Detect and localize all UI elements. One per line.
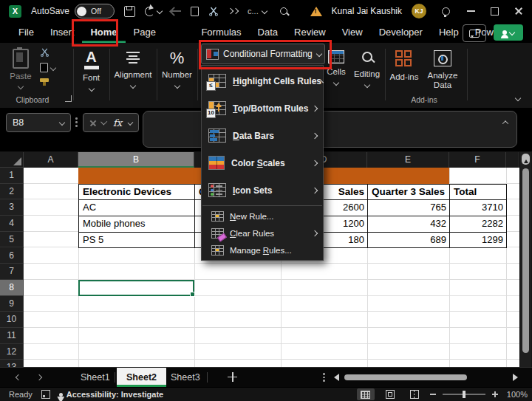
zoom-slider-thumb[interactable]: [463, 391, 466, 398]
cell-f3[interactable]: 3710: [450, 200, 507, 216]
tab-help[interactable]: Help: [431, 22, 467, 43]
accessibility-status[interactable]: Accessibility: Investigate: [59, 390, 163, 399]
row-header-12[interactable]: 12: [0, 344, 24, 360]
add-sheet-button[interactable]: [228, 372, 237, 382]
column-header-b[interactable]: B: [78, 152, 194, 168]
share-button[interactable]: [494, 24, 523, 41]
menu-item-data-bars[interactable]: Data Bars: [202, 122, 323, 149]
zoom-level[interactable]: 100%: [507, 390, 528, 399]
page-layout-view-button[interactable]: [381, 388, 399, 400]
column-header-f[interactable]: F: [449, 152, 506, 168]
cancel-icon[interactable]: [89, 120, 95, 126]
row-header-6[interactable]: 6: [0, 248, 24, 264]
copy-button[interactable]: [40, 63, 55, 72]
cell-f2[interactable]: Total: [450, 185, 507, 201]
menu-item-icon-sets[interactable]: Icon Sets: [202, 176, 323, 204]
zoom-slider[interactable]: [443, 394, 485, 395]
row-header-7[interactable]: 7: [0, 264, 24, 280]
formula-input[interactable]: [143, 111, 517, 148]
row-header-4[interactable]: 4: [0, 216, 24, 232]
sheet-nav-left-icon[interactable]: [16, 374, 21, 380]
minimize-button[interactable]: [467, 10, 475, 12]
vertical-scrollbar[interactable]: [519, 152, 531, 367]
font-group-button[interactable]: A Font: [73, 43, 109, 109]
cell-f5[interactable]: 1299: [450, 233, 507, 249]
cell-e2[interactable]: Quarter 3 Sales: [368, 185, 450, 201]
row-header-2[interactable]: 2: [0, 184, 24, 200]
formula-bar-splitter[interactable]: [75, 117, 78, 127]
column-header-a[interactable]: A: [24, 152, 78, 168]
scroll-right-button[interactable]: [513, 374, 518, 381]
menu-item-clear-rules[interactable]: Clear Rules: [202, 225, 323, 241]
qat-overflow-button[interactable]: [228, 9, 238, 13]
row-header-11[interactable]: 11: [0, 328, 24, 344]
scroll-up-button[interactable]: [522, 154, 530, 165]
cell-b3[interactable]: AC: [79, 200, 195, 216]
enter-check-icon[interactable]: [100, 118, 107, 125]
zoom-out-button[interactable]: [430, 394, 436, 395]
page-break-view-button[interactable]: [406, 388, 423, 400]
undo-button[interactable]: [145, 7, 162, 16]
search-button[interactable]: [280, 7, 287, 15]
row-header-9[interactable]: 9: [0, 296, 24, 312]
menu-item-new-rule[interactable]: New Rule...: [202, 208, 323, 225]
row-header-8[interactable]: 8: [0, 280, 24, 296]
row-header-1[interactable]: 1: [0, 168, 24, 184]
column-header-e[interactable]: E: [367, 152, 449, 168]
vertical-scroll-thumb[interactable]: [522, 168, 529, 353]
cut-button[interactable]: [208, 6, 219, 16]
cell-e5[interactable]: 689: [368, 233, 450, 249]
paste-button[interactable]: Paste: [6, 46, 35, 100]
menu-item-top-bottom-rules[interactable]: 10 Top/Bottom Rules: [202, 95, 323, 122]
menu-item-highlight-cells-rules[interactable]: ≤ Highlight Cells Rules: [202, 67, 323, 95]
cell-b4[interactable]: Mobile phones: [79, 216, 195, 233]
horizontal-scroll-thumb[interactable]: [344, 374, 467, 380]
row-header-5[interactable]: 5: [0, 232, 24, 248]
qat-custom-item[interactable]: c...: [248, 7, 267, 16]
close-button[interactable]: [514, 7, 523, 16]
number-group-button[interactable]: % Number: [157, 43, 197, 109]
cell-e3[interactable]: 765: [368, 200, 450, 216]
more-options-icon[interactable]: [323, 373, 325, 382]
sheet-tab-sheet3[interactable]: Sheet3: [161, 368, 210, 387]
row-header-13[interactable]: 13: [0, 360, 24, 367]
tab-page-layout[interactable]: Page Layout: [126, 22, 194, 43]
cell-f4[interactable]: 2282: [450, 216, 507, 233]
sheet-nav-right-icon[interactable]: [36, 374, 42, 380]
format-painter-button[interactable]: [40, 78, 49, 82]
insert-function-button[interactable]: fx: [113, 117, 122, 128]
cell-e4[interactable]: 432: [368, 216, 450, 233]
ribbon-collapse-button[interactable]: [515, 95, 521, 101]
scroll-left-button[interactable]: [334, 374, 339, 381]
avatar[interactable]: KJ: [412, 4, 426, 18]
selected-cell-b8[interactable]: [78, 280, 194, 296]
cut-button[interactable]: [40, 47, 50, 57]
normal-view-button[interactable]: [357, 388, 375, 400]
tab-developer[interactable]: Developer: [371, 22, 431, 43]
clipboard-dialog-launcher[interactable]: [65, 95, 72, 102]
cell-b5[interactable]: PS 5: [79, 233, 195, 249]
zoom-in-button[interactable]: [492, 391, 498, 397]
tab-view[interactable]: View: [334, 22, 371, 43]
menu-item-color-scales[interactable]: Color Scales: [202, 149, 323, 176]
redo-button[interactable]: [171, 10, 181, 12]
maximize-button[interactable]: [491, 7, 499, 16]
select-all-button[interactable]: [0, 152, 24, 168]
sheet-tab-sheet1[interactable]: Sheet1: [71, 368, 120, 387]
save-button[interactable]: [124, 6, 135, 17]
menu-item-manage-rules[interactable]: Manage Rules...: [202, 241, 323, 258]
autosave-toggle[interactable]: Off: [75, 4, 115, 18]
fill-handle[interactable]: [190, 292, 195, 297]
macro-record-icon[interactable]: [41, 390, 50, 399]
cell-b2[interactable]: Electronic Devices: [79, 185, 195, 201]
tab-file[interactable]: File: [10, 22, 42, 43]
row-header-10[interactable]: 10: [0, 312, 24, 328]
chevron-up-icon[interactable]: [502, 120, 508, 126]
editing-group-button[interactable]: Editing: [349, 43, 384, 109]
comments-button[interactable]: [463, 24, 486, 42]
sheet-tab-sheet2[interactable]: Sheet2: [117, 368, 166, 387]
row-header-3[interactable]: 3: [0, 199, 24, 216]
ideas-button[interactable]: [442, 7, 450, 16]
name-box[interactable]: B8: [6, 113, 71, 132]
copy-button[interactable]: [191, 7, 199, 16]
